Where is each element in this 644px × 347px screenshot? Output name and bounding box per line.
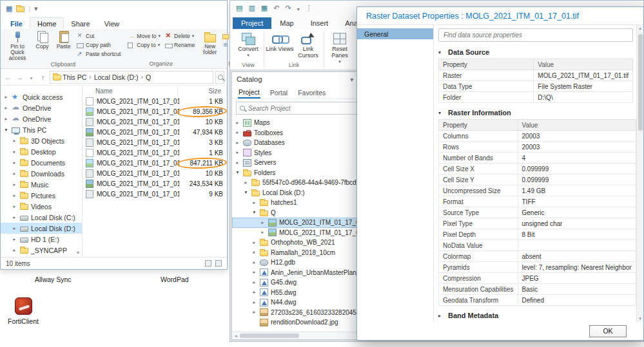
expander-icon[interactable] xyxy=(235,149,240,156)
catalog-tab-project[interactable]: Project xyxy=(238,86,260,98)
move-to-button[interactable]: Move to ▾ xyxy=(126,32,162,40)
details-view-icon[interactable] xyxy=(205,260,211,267)
collapse-icon[interactable] xyxy=(438,110,445,116)
expander-icon[interactable] xyxy=(12,236,17,243)
tab-insert[interactable]: Insert xyxy=(302,17,337,29)
catalog-tree-item[interactable]: Q xyxy=(232,208,367,218)
expander-icon[interactable] xyxy=(235,139,240,147)
explorer-nav-item[interactable]: Local Disk (C:) xyxy=(1,212,82,223)
tab-home[interactable]: Home xyxy=(30,17,64,29)
copy-button[interactable]: Copy xyxy=(32,30,53,50)
catalog-tab-portal[interactable]: Portal xyxy=(269,86,288,98)
catalog-tree-item[interactable]: Servers xyxy=(232,158,367,168)
nav-scroll-down-arrow[interactable]: ▾ xyxy=(75,250,81,256)
expander-icon[interactable] xyxy=(243,189,249,196)
expander-icon[interactable] xyxy=(12,203,17,211)
explorer-nav-item[interactable]: Desktop xyxy=(1,146,82,157)
scroll-up-arrow[interactable]: ▴ xyxy=(637,26,643,31)
link-views-button[interactable]: Link Views xyxy=(266,30,294,53)
catalog-tree-item[interactable]: MOLG_2021_ITM_01_17_01_shift.tif xyxy=(232,228,367,238)
property-row[interactable]: Data Type File System Raster xyxy=(439,81,633,92)
tab-project[interactable]: Project xyxy=(233,17,271,29)
expander-icon[interactable] xyxy=(251,259,257,267)
scrollbar-thumb[interactable] xyxy=(638,34,643,131)
property-row[interactable]: Pixel Depth 8 Bit xyxy=(439,229,636,240)
property-row[interactable]: NoData Value xyxy=(439,240,636,251)
explorer-nav-item[interactable]: HD 1 (E:) xyxy=(1,234,82,245)
expander-icon[interactable] xyxy=(251,268,257,276)
explorer-nav-item[interactable]: _SYNCAPP xyxy=(1,245,82,256)
scroll-down-arrow[interactable]: ▾ xyxy=(637,316,643,321)
file-row[interactable]: MOLG_2021_ITM_01_17_01.tfw 1 KB xyxy=(83,96,227,106)
desktop-icon-label-wordpad[interactable]: WordPad xyxy=(161,276,189,283)
expander-icon[interactable] xyxy=(243,179,249,187)
property-row[interactable]: Columns 20003 xyxy=(439,131,636,142)
property-row[interactable]: Pixel Type unsigned char xyxy=(439,218,636,229)
expander-icon[interactable] xyxy=(235,169,240,176)
expander-icon[interactable] xyxy=(251,249,257,256)
recent-locations-dropdown[interactable] xyxy=(26,73,36,81)
tab-view[interactable]: View xyxy=(97,18,127,29)
reset-panes-button[interactable]: Reset Panes ▾ xyxy=(326,30,354,64)
catalog-tree-item[interactable]: Maps xyxy=(232,118,367,128)
section-header-data-source[interactable]: Data Source xyxy=(438,48,633,56)
thumbnail-view-icon[interactable] xyxy=(215,260,222,267)
property-row[interactable]: Rows 20003 xyxy=(439,142,636,153)
desktop-icon-label-allway-sync[interactable]: Allway Sync xyxy=(35,276,72,283)
ok-button[interactable]: OK xyxy=(589,325,627,337)
collapse-icon[interactable] xyxy=(438,50,445,55)
new-project-icon[interactable] xyxy=(236,4,242,12)
expander-icon[interactable] xyxy=(12,159,17,167)
desktop-icon-forticlient[interactable]: FortiClient xyxy=(3,297,44,325)
catalog-tree-item[interactable]: H12.gdb xyxy=(232,258,367,268)
file-row[interactable]: MOLG_2021_ITM_01_17_01_shift.tif.xml 9 K… xyxy=(83,189,227,199)
expander-icon[interactable] xyxy=(251,279,257,286)
expander-icon[interactable] xyxy=(3,126,9,134)
catalog-tree-item[interactable]: Databases xyxy=(232,138,367,148)
pin-to-quick-access-button[interactable]: Pin to Quick access xyxy=(3,30,32,61)
catalog-tree-item[interactable]: G45.dwg xyxy=(232,277,367,288)
expander-icon[interactable] xyxy=(251,308,257,316)
explorer-nav-item[interactable]: OneDrive xyxy=(1,113,82,124)
expander-icon[interactable] xyxy=(251,299,257,306)
cut-button[interactable]: Cut xyxy=(75,32,122,40)
paste-button[interactable]: Paste xyxy=(53,30,74,50)
property-row[interactable]: Raster MOLG_2021_ITM_01_17_01.tif xyxy=(439,70,633,81)
catalog-tree-item[interactable]: Styles xyxy=(232,148,367,158)
file-row[interactable]: MOLG_2021_ITM_01_17_01_shift.tif.aux.xml… xyxy=(83,168,227,178)
catalog-tree-item[interactable]: H55.dwg xyxy=(232,288,367,298)
quick-access-toolbar-chevron-icon[interactable] xyxy=(34,5,38,13)
open-project-icon[interactable] xyxy=(248,4,255,12)
tab-file[interactable]: File xyxy=(3,18,30,29)
expander-icon[interactable] xyxy=(251,199,257,207)
property-row[interactable]: Cell Size X 0.099999 xyxy=(439,164,636,174)
breadcrumb[interactable]: This PCLocal Disk (D:)Q xyxy=(50,71,213,84)
explorer-nav-item[interactable]: Pictures xyxy=(1,190,82,201)
expander-icon[interactable] xyxy=(251,288,257,296)
file-row[interactable]: MOLG_2021_ITM_01_17_01.tif.xml 3 KB xyxy=(83,137,227,147)
column-header-size[interactable]: Size xyxy=(178,86,227,96)
property-row[interactable]: Source Type Generic xyxy=(439,207,636,218)
qat-customize-icon[interactable] xyxy=(297,5,300,12)
explorer-nav-item[interactable]: Downloads xyxy=(1,168,82,179)
catalog-tree-item[interactable]: Folders xyxy=(232,168,367,178)
property-row[interactable]: Folder D:\Q\ xyxy=(439,92,633,103)
expander-icon[interactable] xyxy=(12,181,17,189)
explorer-nav-item[interactable]: Music xyxy=(1,179,82,190)
copy-to-button[interactable]: Copy to ▾ xyxy=(126,41,162,49)
back-button[interactable] xyxy=(3,73,13,81)
forward-button[interactable] xyxy=(15,73,24,81)
expander-icon[interactable] xyxy=(260,229,266,236)
catalog-tree-item[interactable]: Toolboxes xyxy=(232,128,367,138)
catalog-horizontal-scrollbar[interactable]: ◂ xyxy=(232,332,367,339)
explorer-nav-item[interactable]: Local Disk (D:) xyxy=(1,223,82,234)
dialog-tab-general[interactable]: General xyxy=(357,28,433,39)
properties-search-box[interactable] xyxy=(438,28,633,42)
convert-button[interactable]: Convert ▾ xyxy=(234,30,262,58)
properties-search-input[interactable] xyxy=(444,32,628,39)
property-row[interactable]: Cell Size Y 0.099999 xyxy=(439,174,636,185)
scrollbar-thumb[interactable] xyxy=(240,333,299,338)
section-header-band-metadata[interactable]: Band Metadata xyxy=(438,312,633,319)
file-row[interactable]: MOLG_2021_ITM_01_17_01_shift.tif.ovr 243… xyxy=(83,178,227,189)
property-row[interactable]: Colormap absent xyxy=(439,251,636,262)
